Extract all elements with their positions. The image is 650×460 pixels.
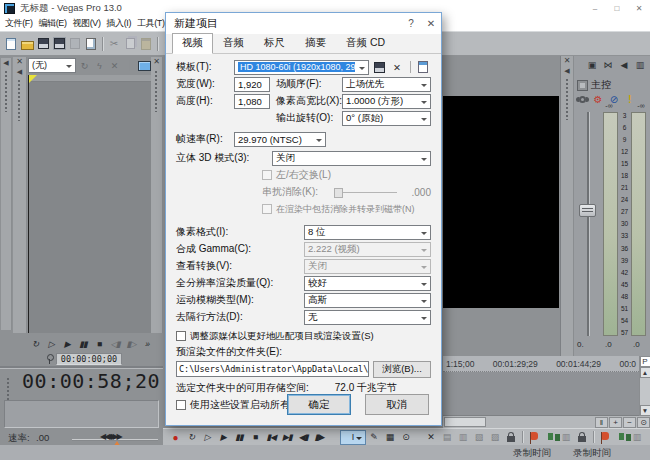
pixel-format-select[interactable]: 8 位 <box>304 225 431 240</box>
delete-template-icon[interactable]: ✕ <box>389 60 405 75</box>
output-rotation-select[interactable]: 0° (原始) <box>342 111 431 126</box>
fader-track[interactable] <box>587 112 589 336</box>
match-media-settings-icon[interactable] <box>415 60 431 75</box>
dialog-tab[interactable]: 音频 <box>213 33 254 54</box>
dialog-tab[interactable]: 音频 CD <box>336 33 395 54</box>
zoom-in-time-button[interactable]: + <box>609 417 622 428</box>
marker-bar-button[interactable]: P <box>640 356 650 367</box>
loop-playback-button[interactable]: ↻ <box>183 430 199 444</box>
stereo-3d-select[interactable]: 关闭 <box>272 151 431 166</box>
dim-output-icon[interactable]: ◀ <box>616 58 632 72</box>
scroll-down-button[interactable]: ▼ <box>640 405 650 416</box>
play-icon[interactable]: ▶ <box>59 337 75 351</box>
menu-item[interactable]: 视图(V) <box>70 17 104 30</box>
big-timecode[interactable]: 00:00:58;20 <box>0 369 160 393</box>
external-monitor-icon[interactable] <box>137 58 152 73</box>
minimize-button[interactable]: – <box>584 1 606 16</box>
pause-icon[interactable]: ▮▮ <box>75 337 91 351</box>
envelope-tool-button[interactable]: ✎ <box>366 430 382 445</box>
play-from-start-button[interactable]: ▷ <box>199 430 215 444</box>
close-dock-icon[interactable]: ✕ <box>153 57 160 67</box>
timeline-vscrollbar[interactable]: P ▲ ▼ <box>639 356 650 416</box>
record-button[interactable]: ● <box>167 430 183 444</box>
collapse-chevron-icon[interactable]: ◀ <box>17 67 22 76</box>
browse-button[interactable]: 浏览(B)... <box>373 361 431 378</box>
menu-item[interactable]: 插入(I) <box>104 17 135 30</box>
save-as-icon[interactable] <box>51 35 67 53</box>
collapse-chevron-icon[interactable]: ◀ <box>3 58 8 67</box>
stop-icon[interactable]: ■ <box>91 337 107 351</box>
timeline-track-area[interactable] <box>443 372 639 416</box>
dialog-tab[interactable]: 标尺 <box>254 33 295 54</box>
close-dock-icon[interactable]: ✕ <box>16 57 23 67</box>
dock-strip[interactable]: ✕ ◀ <box>561 56 574 356</box>
zoom-tool-icon[interactable]: ⊙ <box>637 417 650 428</box>
prev-frame-button[interactable]: ◀▮ <box>295 430 311 444</box>
lock-icon[interactable] <box>574 430 590 445</box>
go-to-end-button[interactable]: ▶▮ <box>279 430 295 444</box>
dock-strip[interactable]: ◀ <box>1 58 12 330</box>
close-button[interactable]: ✕ <box>628 1 650 16</box>
menu-item[interactable]: 工具(T) <box>134 17 168 30</box>
hscroll-thumb[interactable] <box>444 417 486 427</box>
project-properties-icon[interactable] <box>83 35 99 53</box>
insert-bus-icon[interactable]: ▣ <box>584 58 600 72</box>
collapse-chevron-icon[interactable]: ◀ <box>564 66 569 75</box>
splitter-handle[interactable]: ‖ <box>595 417 608 428</box>
insert-fx-icon[interactable] <box>575 93 589 106</box>
play-from-start-icon[interactable]: ▷ <box>43 337 59 351</box>
trimmer-preview-area[interactable] <box>28 75 151 333</box>
red-marker-icon[interactable] <box>597 430 613 445</box>
template-combo[interactable]: HD 1080-60i (1920x1080, 29.970 fps) <box>234 60 369 75</box>
field-order-select[interactable]: 上场优先 <box>342 77 431 92</box>
height-input[interactable]: 1,080 <box>234 94 270 109</box>
dialog-tab[interactable]: 视频 <box>172 33 213 54</box>
cancel-button[interactable]: 取消 <box>365 394 429 415</box>
menu-item[interactable]: 编辑(E) <box>36 17 70 30</box>
motion-blur-select[interactable]: 高斯 <box>304 293 431 308</box>
dock-strip[interactable]: ✕ <box>151 57 163 333</box>
next-frame-button[interactable]: ▮▶ <box>311 430 327 444</box>
shuttle-control[interactable]: ◀◀◆▶▶ <box>100 432 121 441</box>
dialog-title-bar[interactable]: 新建项目 ? ✕ <box>166 13 441 34</box>
timeline-hscrollbar[interactable]: ‖+−⊙ <box>443 416 650 428</box>
green-marker-icon[interactable] <box>542 430 558 445</box>
open-project-icon[interactable] <box>19 35 35 53</box>
play-button[interactable]: ▶ <box>215 430 231 444</box>
start-all-new-checkbox[interactable] <box>176 400 186 410</box>
lock-icon[interactable] <box>503 430 519 445</box>
maximize-button[interactable]: □ <box>606 1 628 16</box>
zoom-tool-button[interactable]: ⊙ <box>398 430 414 445</box>
dialog-close-button[interactable]: ✕ <box>421 14 441 34</box>
help-button[interactable]: ? <box>401 14 421 34</box>
ok-button[interactable]: 确定 <box>287 394 351 415</box>
edit-tool-button[interactable]: I <box>340 430 366 445</box>
selection-tool-button[interactable]: ▦ <box>382 430 398 445</box>
fader-handle[interactable] <box>579 204 596 217</box>
panel-splitter[interactable] <box>0 366 163 368</box>
go-to-start-button[interactable]: ▮◀ <box>263 430 279 444</box>
meter-options-icon[interactable]: ▥ <box>632 58 648 72</box>
timeline-ruler[interactable]: 1:15;0000:01:29;2900:01:44;2900:0 <box>443 356 639 372</box>
green-marker-icon[interactable] <box>645 430 650 445</box>
dock-strip[interactable]: ✕ ◀ <box>13 57 27 333</box>
frame-rate-combo[interactable]: 29.970 (NTSC) <box>234 132 326 147</box>
swap-lr-checkbox[interactable] <box>262 170 272 180</box>
deinterlace-select[interactable]: 无 <box>304 310 431 325</box>
delete-icon[interactable]: ✕ <box>423 430 439 445</box>
menu-item[interactable]: 文件(F) <box>2 17 36 30</box>
trimmer-cursor-marker[interactable] <box>29 75 37 83</box>
trimmer-ruler[interactable] <box>29 75 151 82</box>
save-project-icon[interactable] <box>35 35 51 53</box>
scroll-up-button[interactable]: ▲ <box>640 367 650 378</box>
adjust-source-checkbox[interactable] <box>176 331 186 341</box>
new-project-icon[interactable] <box>3 35 19 53</box>
close-dock-icon[interactable]: ✕ <box>564 56 571 66</box>
green-marker-icon[interactable] <box>613 430 629 445</box>
zoom-out-time-button[interactable]: − <box>623 417 636 428</box>
crosstalk-slider[interactable] <box>334 192 397 193</box>
dialog-tab[interactable]: 摘要 <box>295 33 336 54</box>
width-input[interactable]: 1,920 <box>234 77 270 92</box>
include-cancellation-checkbox[interactable] <box>262 204 272 214</box>
stop-button[interactable]: ■ <box>247 430 263 444</box>
